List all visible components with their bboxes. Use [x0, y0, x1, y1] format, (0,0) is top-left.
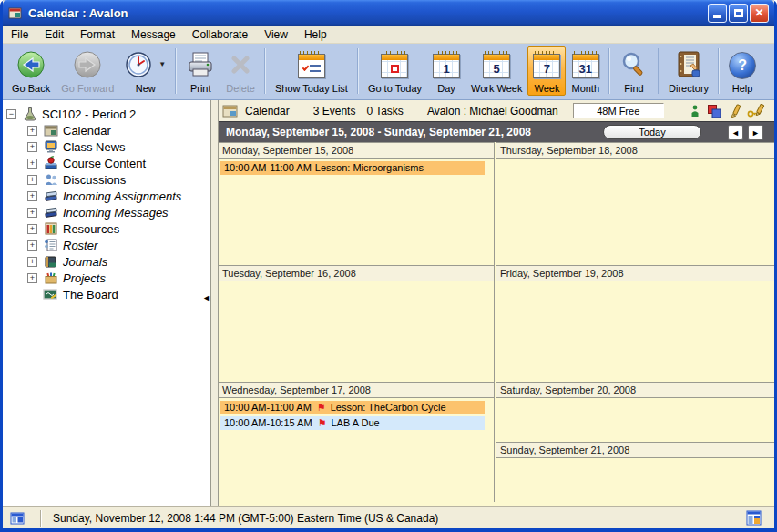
week-range-bar: Monday, September 15, 2008 - Sunday, Sep… — [219, 121, 774, 142]
expand-box-icon[interactable]: + — [27, 175, 37, 185]
sidebar-item-label: Resources — [63, 222, 119, 236]
sidebar-item-label: Incoming Assignments — [63, 189, 181, 203]
directory-button[interactable]: Directory — [663, 46, 714, 96]
expand-box-icon[interactable]: + — [27, 257, 37, 267]
new-icon — [125, 51, 152, 78]
layout-panes-icon[interactable] — [746, 510, 762, 526]
pencil-icon[interactable] — [728, 104, 741, 118]
free-space-indicator: 48M Free — [573, 103, 664, 118]
help-button[interactable]: ? Help — [723, 46, 762, 96]
go-to-today-button[interactable]: Go to Today — [363, 46, 427, 96]
sidebar-item-projects[interactable]: + Projects — [3, 270, 210, 286]
sidebar-tree: − SCI102 - Period 2 + Calendar + — [3, 100, 210, 506]
day-view-button[interactable]: 1 Day — [427, 46, 465, 96]
day-cell-sunday[interactable]: Sunday, September 21, 2008 — [496, 442, 774, 502]
menu-file[interactable]: File — [3, 26, 36, 43]
panel-title: Calendar — [245, 105, 290, 118]
menu-edit[interactable]: Edit — [36, 26, 72, 43]
minimize-icon — [713, 15, 721, 18]
key-pencil-icon[interactable] — [747, 104, 765, 118]
collapse-pane-icon[interactable]: ◄ — [202, 294, 210, 302]
expand-box-icon[interactable]: + — [27, 208, 37, 218]
sidebar-item-label: SCI102 - Period 2 — [42, 107, 136, 121]
day-header: Tuesday, September 16, 2008 — [219, 265, 494, 281]
expand-box-icon[interactable]: + — [27, 224, 37, 234]
menu-collaborate[interactable]: Collaborate — [184, 26, 256, 43]
sidebar-item-sci102[interactable]: − SCI102 - Period 2 — [3, 106, 210, 122]
sidebar-item-course-content[interactable]: + Course Content — [3, 155, 210, 171]
titlebar: Calendar : Avalon ✕ — [3, 0, 774, 26]
delete-icon — [227, 51, 254, 78]
previous-week-button[interactable]: ◄ — [728, 125, 743, 140]
day-cell-saturday[interactable]: Saturday, September 20, 2008 — [496, 382, 774, 442]
expand-box-icon[interactable]: + — [27, 191, 37, 201]
pane-splitter[interactable]: ◄ — [210, 100, 219, 506]
sidebar-item-journals[interactable]: + Journals — [3, 253, 210, 270]
sidebar-item-discussions[interactable]: + Discussions — [3, 171, 210, 188]
flag-icon: ⚑ — [317, 403, 326, 413]
day-header: Friday, September 19, 2008 — [496, 265, 774, 281]
collapse-box-icon[interactable]: − — [6, 109, 16, 119]
people-icon — [43, 172, 58, 187]
show-today-list-button[interactable]: Show Today List — [270, 46, 353, 96]
calendar-event[interactable]: 10:00 AM-10:15 AM ⚑ LAB A Due — [220, 416, 485, 430]
person-icon[interactable] — [690, 104, 700, 118]
sidebar-item-resources[interactable]: + Resources — [3, 220, 210, 237]
go-back-button[interactable]: Go Back — [6, 46, 56, 96]
toolbar-separator — [608, 48, 610, 94]
work-week-view-button[interactable]: 5 Work Week — [465, 46, 527, 96]
calendar-event[interactable]: 10:00 AM-11:00 AM ⚑ Lesson: TheCarbon Cy… — [220, 401, 485, 414]
help-icon: ? — [729, 52, 756, 79]
find-icon — [619, 50, 649, 79]
close-button[interactable]: ✕ — [750, 4, 769, 23]
flask-icon — [22, 107, 37, 121]
new-button[interactable]: ▼ New — [119, 46, 171, 96]
month-view-button[interactable]: 31 Month — [566, 46, 605, 96]
today-button[interactable]: Today — [603, 125, 701, 139]
expand-box-icon[interactable]: + — [27, 240, 37, 251]
projects-box-icon — [43, 271, 58, 285]
expand-box-icon[interactable]: + — [27, 126, 37, 136]
next-week-button[interactable]: ► — [748, 125, 763, 140]
calendar-event[interactable]: 10:00 AM-11:00 AM Lesson: Microorganisms — [220, 161, 485, 175]
layers-icon[interactable] — [707, 104, 721, 118]
print-button[interactable]: Print — [180, 46, 220, 96]
menu-message[interactable]: Message — [123, 26, 184, 43]
day-cell-monday[interactable]: Monday, September 15, 2008 10:00 AM-11:0… — [219, 142, 494, 265]
week-view-button[interactable]: 7 Week — [527, 46, 566, 96]
books-stack-icon — [43, 205, 58, 220]
calendar-7-icon: 7 — [533, 54, 560, 78]
find-button[interactable]: Find — [614, 46, 654, 96]
expand-box-icon[interactable]: + — [27, 142, 37, 152]
maximize-icon — [734, 9, 743, 17]
toolbar: Go Back Go Forward — [3, 44, 774, 100]
menu-format[interactable]: Format — [72, 26, 123, 43]
toolbar-separator — [658, 48, 659, 94]
statusbar-divider — [40, 510, 42, 527]
maximize-button[interactable] — [729, 4, 748, 23]
sidebar-item-roster[interactable]: + Roster — [3, 237, 210, 253]
delete-button[interactable]: Delete — [220, 46, 261, 96]
sidebar-item-incoming-messages[interactable]: + Incoming Messages — [3, 204, 210, 220]
minimize-button[interactable] — [708, 4, 727, 23]
day-cell-friday[interactable]: Friday, September 19, 2008 — [496, 265, 774, 382]
menu-view[interactable]: View — [256, 26, 296, 43]
day-cell-thursday[interactable]: Thursday, September 18, 2008 — [496, 142, 774, 265]
day-cell-wednesday[interactable]: Wednesday, September 17, 2008 10:00 AM-1… — [219, 382, 494, 502]
menu-help[interactable]: Help — [296, 26, 335, 43]
sidebar-item-calendar[interactable]: + Calendar — [3, 122, 210, 138]
sidebar-item-the-board[interactable]: The Board — [3, 286, 210, 302]
events-count: 3 Events — [313, 105, 356, 118]
window-panes-icon[interactable] — [10, 511, 26, 526]
flag-icon: ⚑ — [318, 418, 327, 428]
expand-box-icon[interactable]: + — [27, 273, 37, 283]
sidebar-item-incoming-assignments[interactable]: + Incoming Assignments — [3, 188, 210, 204]
go-forward-button[interactable]: Go Forward — [56, 46, 119, 96]
new-dropdown-icon[interactable]: ▼ — [158, 60, 166, 68]
toolbar-separator — [175, 48, 177, 94]
sidebar-item-class-news[interactable]: + Class News — [3, 138, 210, 155]
day-cell-tuesday[interactable]: Tuesday, September 16, 2008 — [219, 265, 494, 382]
expand-box-icon[interactable]: + — [27, 159, 37, 169]
today-list-icon — [298, 54, 325, 78]
journal-book-icon — [43, 254, 58, 269]
